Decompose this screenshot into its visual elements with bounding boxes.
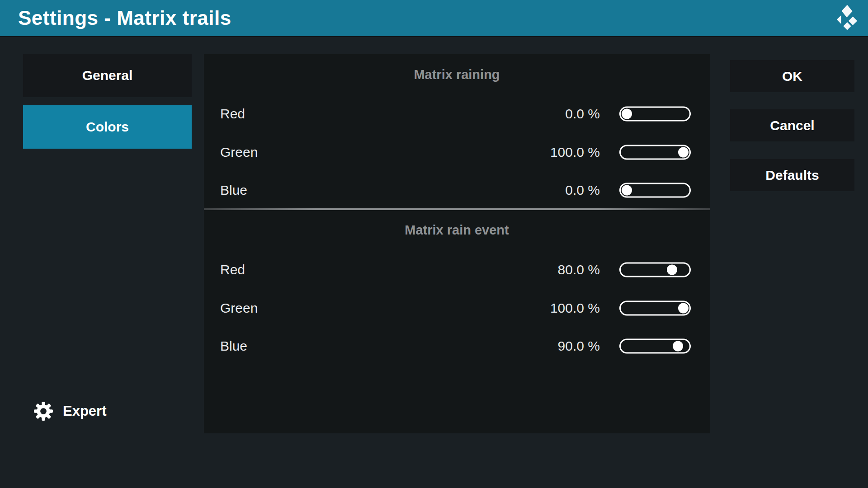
red-slider[interactable] bbox=[619, 263, 691, 277]
settings-panel: Matrix rainingRed0.0 %Green100.0 %Blue0.… bbox=[204, 54, 710, 433]
setting-value: 90.0 % bbox=[558, 338, 600, 354]
setting-label: Blue bbox=[220, 338, 247, 354]
setting-label: Green bbox=[220, 145, 258, 160]
slider-knob[interactable] bbox=[678, 147, 689, 158]
red-slider[interactable] bbox=[619, 107, 691, 122]
sidebar-item-label: General bbox=[82, 68, 133, 83]
slider-knob[interactable] bbox=[678, 303, 689, 314]
slider-knob[interactable] bbox=[673, 341, 683, 352]
setting-row: Red0.0 % bbox=[204, 103, 710, 125]
cancel-button[interactable]: Cancel bbox=[730, 109, 854, 141]
gear-icon bbox=[34, 402, 53, 421]
setting-row: Green100.0 % bbox=[204, 297, 710, 319]
setting-row: Blue90.0 % bbox=[204, 335, 710, 357]
setting-label: Red bbox=[220, 106, 245, 122]
setting-label: Red bbox=[220, 262, 245, 277]
sidebar-item-colors[interactable]: Colors bbox=[23, 105, 192, 149]
ok-button[interactable]: OK bbox=[730, 60, 854, 92]
action-button-label: Defaults bbox=[765, 168, 819, 183]
setting-value: 80.0 % bbox=[558, 262, 600, 277]
sidebar-item-general[interactable]: General bbox=[23, 54, 192, 97]
title-bar: Settings - Matrix trails bbox=[0, 0, 868, 37]
blue-slider[interactable] bbox=[619, 183, 691, 198]
settings-level-button[interactable]: Expert bbox=[34, 399, 106, 423]
setting-row: Blue0.0 % bbox=[204, 179, 710, 202]
slider-knob[interactable] bbox=[622, 109, 632, 119]
section-divider bbox=[204, 208, 710, 210]
setting-value: 100.0 % bbox=[550, 300, 600, 316]
action-button-label: Cancel bbox=[770, 118, 814, 133]
kodi-logo-icon bbox=[836, 5, 858, 31]
green-slider[interactable] bbox=[619, 301, 691, 316]
page-title: Settings - Matrix trails bbox=[18, 0, 231, 36]
setting-row: Red80.0 % bbox=[204, 258, 710, 281]
action-button-label: OK bbox=[782, 69, 802, 84]
setting-label: Blue bbox=[220, 183, 247, 198]
settings-level-label: Expert bbox=[63, 403, 106, 419]
setting-row: Green100.0 % bbox=[204, 141, 710, 164]
blue-slider[interactable] bbox=[619, 339, 691, 354]
green-slider[interactable] bbox=[619, 145, 691, 160]
settings-dialog: { "window": { "title": "Settings - Matri… bbox=[0, 0, 868, 488]
setting-value: 0.0 % bbox=[565, 183, 600, 198]
section-header: Matrix rain event bbox=[204, 221, 710, 239]
slider-knob[interactable] bbox=[667, 265, 677, 275]
defaults-button[interactable]: Defaults bbox=[730, 159, 854, 191]
sidebar-item-label: Colors bbox=[86, 119, 129, 135]
slider-knob[interactable] bbox=[622, 185, 632, 196]
setting-value: 100.0 % bbox=[550, 145, 600, 160]
setting-label: Green bbox=[220, 300, 258, 316]
section-header: Matrix raining bbox=[204, 66, 710, 84]
setting-value: 0.0 % bbox=[565, 106, 600, 122]
